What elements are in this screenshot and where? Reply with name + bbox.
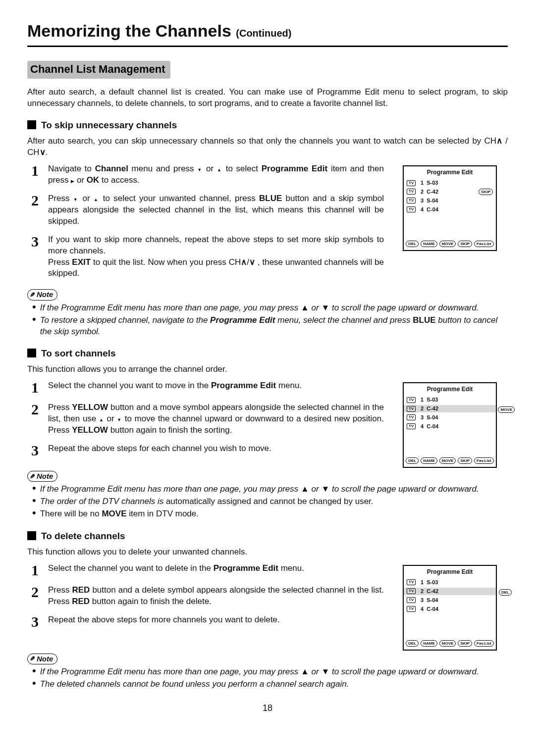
skip-tag: SKIP — [479, 189, 493, 195]
section-heading: Channel List Management — [27, 61, 170, 79]
tv-icon: TV — [407, 180, 416, 186]
skip-step-2: Press or to select your unwanted channel… — [48, 193, 390, 227]
tv-icon: TV — [407, 414, 416, 420]
skip-heading: To skip unnecessary channels — [27, 119, 508, 132]
tv-icon: TV — [407, 189, 416, 195]
delete-step-1: Select the channel you want to delete in… — [48, 563, 390, 578]
up-icon — [217, 164, 222, 173]
skip-steps: 1 Navigate to Channel menu and press or … — [31, 163, 390, 279]
step-number: 2 — [31, 585, 48, 607]
ch-up-icon — [241, 257, 247, 267]
del-tag: DEL — [499, 589, 512, 596]
tv-icon: TV — [407, 423, 416, 429]
step-number: 2 — [31, 193, 48, 227]
ch-down-icon — [249, 257, 255, 267]
note-badge: Note — [27, 654, 57, 664]
delete-heading: To delete channels — [27, 530, 508, 543]
note-badge: Note — [27, 471, 57, 482]
delete-steps: 1 Select the channel you want to delete … — [31, 563, 390, 629]
sort-step-3: Repeat the above steps for each channel … — [48, 443, 390, 458]
skip-step-1: Navigate to Channel menu and press or to… — [48, 163, 390, 186]
step-number: 3 — [31, 614, 48, 629]
move-tag: MOVE — [498, 406, 515, 413]
sort-steps: 1 Select the channel you want to move in… — [31, 380, 390, 458]
sort-intro: This function allows you to arrange the … — [27, 364, 508, 375]
tv-icon: TV — [407, 206, 416, 212]
page-number: 18 — [27, 702, 508, 714]
down-icon — [117, 414, 122, 423]
page-title-continued: (Continued) — [236, 28, 291, 39]
skip-step-3: If you want to skip more channels, repea… — [48, 234, 390, 280]
tv-icon: TV — [407, 606, 416, 612]
osd-figure-skip: Programme Edit TV1S-03 TV2C-42SKIP TV3S-… — [403, 165, 497, 251]
osd-figure-delete: DEL Programme Edit TV1S-03 TV2C-42 TV3S-… — [403, 565, 497, 651]
tv-icon: TV — [407, 397, 416, 403]
sort-step-1: Select the channel you want to move in t… — [48, 380, 390, 395]
step-number: 1 — [31, 563, 48, 578]
down-icon — [73, 194, 79, 203]
tv-icon: TV — [407, 198, 416, 203]
note-badge: Note — [27, 289, 57, 300]
page-title-main: Memorizing the Channels — [27, 21, 231, 40]
section-intro: After auto search, a default channel lis… — [27, 87, 508, 109]
up-icon — [99, 414, 104, 423]
sort-step-2: Press YELLOW button and a move symbol ap… — [48, 402, 390, 436]
tv-icon: TV — [407, 588, 416, 594]
up-icon — [94, 194, 100, 203]
tv-icon: TV — [407, 406, 416, 412]
osd-figure-sort: MOVE Programme Edit TV1S-03 TV2C-42 TV3S… — [403, 382, 497, 468]
step-number: 2 — [31, 402, 48, 436]
delete-step-2: Press RED button and a delete symbol app… — [48, 585, 390, 607]
sort-notes: If the Programme Edit menu has more than… — [32, 484, 508, 520]
tv-icon: TV — [407, 597, 416, 603]
down-icon — [197, 164, 203, 173]
step-number: 1 — [31, 380, 48, 395]
step-number: 1 — [31, 163, 48, 186]
tv-icon: TV — [407, 579, 416, 585]
step-number: 3 — [31, 234, 48, 280]
skip-notes: If the Programme Edit menu has more than… — [32, 302, 508, 338]
delete-intro: This function allows you to delete your … — [27, 547, 508, 558]
sort-heading: To sort channels — [27, 347, 508, 360]
ch-down-icon — [40, 148, 46, 157]
ch-up-icon — [496, 136, 502, 146]
page-title: Memorizing the Channels (Continued) — [27, 20, 508, 47]
step-number: 3 — [31, 443, 48, 458]
delete-notes: If the Programme Edit menu has more than… — [32, 666, 508, 690]
delete-step-3: Repeat the above steps for more channels… — [48, 614, 390, 629]
skip-intro: After auto search, you can skip unnecess… — [27, 136, 508, 158]
